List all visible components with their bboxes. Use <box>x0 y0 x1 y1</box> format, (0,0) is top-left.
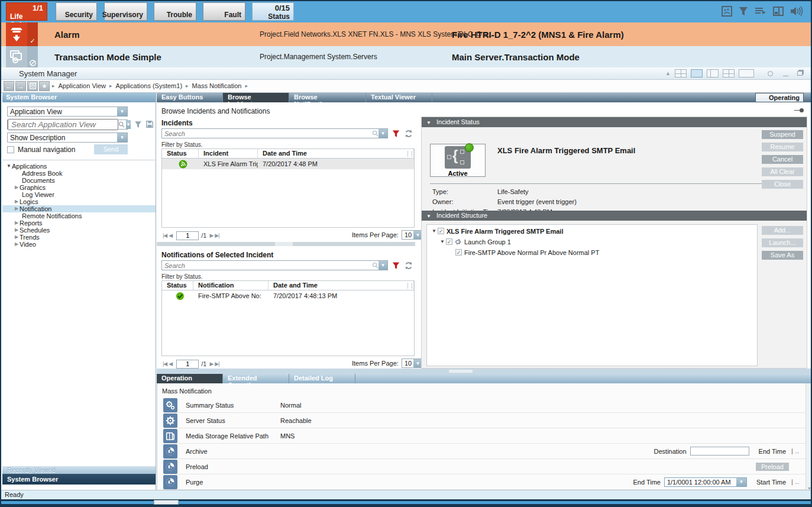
expander-icon[interactable]: ▶ <box>14 184 20 191</box>
breadcrumb-applications[interactable]: Applications (System1) <box>116 82 183 89</box>
col-notification[interactable]: Notification <box>193 281 268 290</box>
chevron-down-icon[interactable]: ▼ <box>378 261 387 270</box>
back-button[interactable]: ← <box>4 81 14 91</box>
tree-item-schedules[interactable]: ▶Schedules <box>2 227 156 234</box>
expander-icon[interactable]: ▶ <box>14 234 20 241</box>
sidebar-search-field[interactable]: ▼ <box>7 120 128 130</box>
horizontal-splitter[interactable] <box>157 242 415 246</box>
tab-extended-operation[interactable]: Extended Operation <box>223 374 289 383</box>
expander-icon[interactable]: ▶ <box>14 198 20 205</box>
layout-single-icon[interactable] <box>691 69 703 77</box>
send-button[interactable]: Send <box>94 144 128 154</box>
history-button[interactable] <box>27 81 38 91</box>
sidebar-filter-icon[interactable] <box>134 120 143 129</box>
restore-icon[interactable] <box>797 71 803 76</box>
structure-leaf-node[interactable]: ✓ Fire-SMTP Above Normal Pr Above Normal… <box>455 248 757 257</box>
operating-mode-button[interactable]: Operating <box>755 93 804 102</box>
tree-item-documents[interactable]: Documents <box>2 177 156 184</box>
incident-structure-header[interactable]: ▼ Incident Structure <box>422 211 807 221</box>
tree-item-video[interactable]: ▶Video <box>2 241 156 248</box>
save-icon[interactable] <box>145 120 154 128</box>
preload-action-icon[interactable] <box>163 460 177 474</box>
datetime-picker-stub[interactable]: ❘.. <box>790 448 800 454</box>
first-page-icon[interactable]: |◀ <box>163 361 167 367</box>
event-list-icon[interactable] <box>754 5 767 17</box>
breadcrumb-mass-notification[interactable]: Mass Notification <box>192 82 242 89</box>
datetime-picker-stub[interactable]: ❘.. <box>790 479 800 485</box>
notifications-search-input[interactable] <box>164 262 372 269</box>
layout-quad-icon[interactable] <box>675 69 687 77</box>
view-dropdown[interactable]: Application View ▼ <box>7 106 128 117</box>
next-page-icon[interactable]: ▶ <box>209 361 213 367</box>
structure-root-node[interactable]: ▼ ✓ XLS Fire Alarm Triggered SMTP Email <box>431 227 757 235</box>
life-safety-button[interactable]: 1/1 Life Safety <box>6 2 47 21</box>
layout-icon[interactable] <box>772 5 784 17</box>
items-per-page-dropdown[interactable]: 10 ▼ <box>402 359 423 368</box>
all-clear-button[interactable]: All Clear <box>762 167 803 176</box>
last-page-icon[interactable]: ▶| <box>215 361 219 367</box>
operation-scrollbar[interactable]: ▼ <box>805 383 812 492</box>
page-input[interactable] <box>176 231 199 240</box>
notification-row[interactable]: Fire-SMTP Above No: 7/20/2017 4:48:13 PM <box>162 290 414 301</box>
search-input[interactable] <box>8 119 118 130</box>
next-page-icon[interactable]: ▶ <box>209 232 213 238</box>
tree-item-address-book[interactable]: Address Book <box>2 170 156 177</box>
structure-group-node[interactable]: ▼ ✓ Launch Group 1 <box>439 237 757 246</box>
destination-input[interactable] <box>690 447 749 456</box>
bottom-splitter[interactable] <box>157 369 812 374</box>
purge-end-time-dropdown[interactable]: 1/1/0001 12:00:00 AM ▼ <box>664 477 747 487</box>
last-page-icon[interactable]: ▶| <box>215 232 219 238</box>
checkbox-checked[interactable]: ✓ <box>455 249 462 256</box>
tree-item-reports[interactable]: ▶Reports <box>2 219 156 227</box>
add-button[interactable]: Add... <box>762 226 803 235</box>
expander-icon[interactable]: ▼ <box>6 163 12 170</box>
lock-icon[interactable] <box>768 71 773 76</box>
forward-button[interactable]: → <box>15 81 26 91</box>
chevron-down-icon[interactable]: ▼ <box>736 478 746 486</box>
layout-grid-icon[interactable] <box>723 69 735 77</box>
col-date-time[interactable]: Date and Time <box>268 281 414 290</box>
collapse-triangle-icon[interactable]: ▼ <box>426 120 431 125</box>
col-incident[interactable]: Incident <box>199 149 258 158</box>
scrollbar-thumb[interactable] <box>154 500 179 505</box>
preload-button[interactable]: Preload <box>756 463 789 471</box>
sound-icon[interactable] <box>790 5 804 17</box>
suspend-button[interactable]: Suspend <box>762 130 803 139</box>
col-status[interactable]: Status <box>162 281 193 290</box>
status-button[interactable]: 0/15 Status <box>252 2 294 21</box>
layout-blank-icon[interactable] <box>739 69 754 77</box>
tree-item-remote-notifications[interactable]: Remote Notifications <box>2 212 156 219</box>
expander-icon[interactable]: ▶ <box>14 219 20 227</box>
breadcrumb-application-view[interactable]: Application View <box>59 82 106 89</box>
tab-browse-incidents[interactable]: Browse Incidents <box>223 93 289 102</box>
col-status[interactable]: Status <box>162 149 199 158</box>
prev-page-icon[interactable]: ◀ <box>169 361 172 367</box>
col-date-time[interactable]: Date and Time <box>258 149 414 158</box>
favorites-button[interactable]: ★ <box>39 81 50 91</box>
filter-icon[interactable] <box>738 5 749 17</box>
incidents-filter-icon[interactable] <box>392 129 400 138</box>
event-detail-icon[interactable] <box>721 5 733 17</box>
display-mode-dropdown[interactable]: Show Description ▼ <box>7 133 128 143</box>
checkbox-checked[interactable]: ✓ <box>438 228 444 234</box>
collapse-icon[interactable]: ▲ <box>665 70 671 76</box>
chevron-down-icon[interactable]: ▼ <box>126 120 131 129</box>
fault-button[interactable]: Fault <box>203 2 245 21</box>
pin-icon[interactable] <box>794 108 804 112</box>
manual-navigation-checkbox[interactable] <box>7 146 14 153</box>
collapse-triangle-icon[interactable]: ▼ <box>426 214 431 219</box>
tree-item-notification[interactable]: ▶Notification <box>2 205 156 212</box>
suspend-badge-icon[interactable] <box>27 46 38 67</box>
chevron-down-icon[interactable]: ▼ <box>117 133 127 142</box>
tab-easy-buttons[interactable]: Easy Buttons <box>157 93 223 102</box>
resume-button[interactable]: Resume <box>762 143 803 151</box>
chevron-down-icon[interactable]: ▼ <box>117 107 127 116</box>
transaction-event-row[interactable]: Transaction Mode Simple Project.Manageme… <box>1 46 811 67</box>
notifications-filter-icon[interactable] <box>392 261 400 270</box>
tree-item-log-viewer[interactable]: Log Viewer <box>2 191 156 198</box>
chevron-down-icon[interactable]: ▼ <box>378 129 387 138</box>
tab-operation[interactable]: Operation <box>157 374 223 383</box>
expander-icon[interactable]: ▶ <box>14 205 20 212</box>
launch-button[interactable]: Launch... <box>762 238 803 247</box>
archive-action-icon[interactable] <box>163 444 177 458</box>
